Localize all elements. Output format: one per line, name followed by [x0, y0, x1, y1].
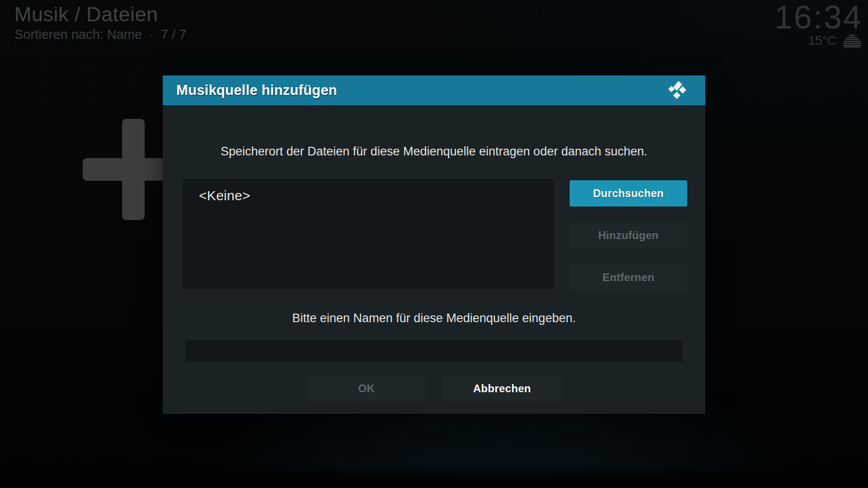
dialog-header: Musikquelle hinzufügen	[163, 75, 705, 105]
item-count: 7 / 7	[161, 27, 186, 42]
path-list-item[interactable]: <Keine>	[183, 178, 554, 213]
name-instruction-text: Bitte einen Namen für diese Medienquelle…	[163, 311, 705, 325]
status-block: 16:34 15°C	[774, 1, 863, 48]
remove-button[interactable]: Entfernen	[570, 264, 687, 291]
weather-widget: 15°C	[774, 33, 863, 48]
cancel-button[interactable]: Abbrechen	[443, 375, 561, 402]
temperature-label: 15°C	[808, 33, 836, 48]
ok-button[interactable]: OK	[308, 375, 425, 402]
dialog-title: Musikquelle hinzufügen	[176, 82, 337, 99]
fog-cloud-icon	[842, 34, 863, 47]
add-music-source-dialog: Musikquelle hinzufügen Speicherort der D…	[163, 75, 705, 414]
page-header: Musik / Dateien Sortieren nach: Name·7 /…	[14, 3, 186, 42]
browse-button[interactable]: Durchsuchen	[570, 180, 687, 206]
source-path-list[interactable]: <Keine>	[183, 178, 554, 289]
page-subtitle: Sortieren nach: Name·7 / 7	[14, 27, 186, 42]
clock: 16:34	[774, 1, 863, 33]
path-instruction-text: Speicherort der Dateien für diese Medien…	[163, 145, 705, 159]
kodi-logo-icon	[666, 80, 689, 101]
source-name-input[interactable]	[185, 340, 683, 362]
add-button[interactable]: Hinzufügen	[570, 222, 687, 249]
page-title: Musik / Dateien	[14, 3, 186, 26]
side-button-column: Durchsuchen Hinzufügen Entfernen	[570, 180, 687, 291]
separator-dot: ·	[149, 27, 154, 42]
sort-label: Sortieren nach: Name	[14, 27, 142, 42]
